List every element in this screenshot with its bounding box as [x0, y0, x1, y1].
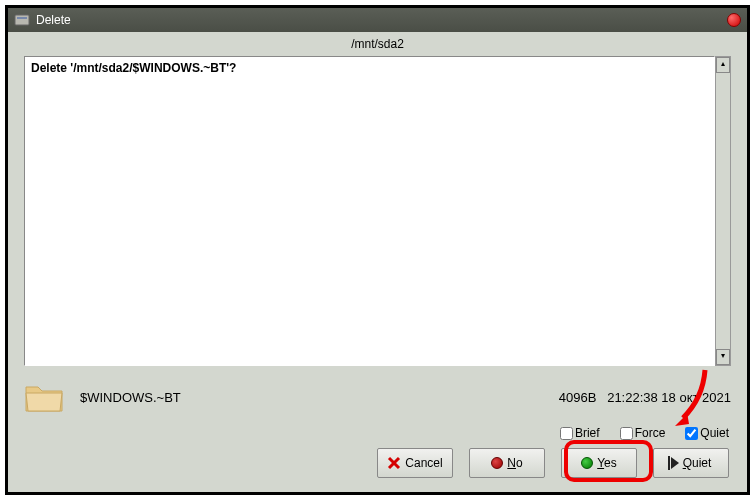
- green-circle-icon: [581, 457, 593, 469]
- brief-checkbox-input[interactable]: [560, 427, 573, 440]
- content-area: Delete '/mnt/sda2/$WINDOWS.~BT'? ▴ ▾: [24, 56, 731, 366]
- message-text: Delete '/mnt/sda2/$WINDOWS.~BT'?: [31, 61, 236, 75]
- window-title: Delete: [36, 13, 71, 27]
- brief-checkbox[interactable]: Brief: [560, 426, 600, 440]
- dialog-window: Delete /mnt/sda2 Delete '/mnt/sda2/$WIND…: [5, 5, 750, 495]
- scroll-down-button[interactable]: ▾: [716, 349, 730, 365]
- scroll-up-button[interactable]: ▴: [716, 57, 730, 73]
- no-button[interactable]: No: [469, 448, 545, 478]
- titlebar[interactable]: Delete: [8, 8, 747, 32]
- play-icon: [671, 457, 679, 469]
- cancel-button[interactable]: Cancel: [377, 448, 453, 478]
- quiet-checkbox-input[interactable]: [685, 427, 698, 440]
- svg-rect-1: [17, 17, 27, 19]
- force-checkbox-input[interactable]: [620, 427, 633, 440]
- button-row: Cancel No Yes Quiet: [26, 448, 729, 478]
- app-icon: [14, 12, 30, 28]
- checkbox-row: Brief Force Quiet: [26, 426, 729, 440]
- force-checkbox[interactable]: Force: [620, 426, 666, 440]
- file-name: $WINDOWS.~BT: [80, 390, 559, 405]
- quiet-checkbox[interactable]: Quiet: [685, 426, 729, 440]
- message-textbox: Delete '/mnt/sda2/$WINDOWS.~BT'?: [24, 56, 715, 366]
- folder-icon: [24, 379, 64, 415]
- path-text: /mnt/sda2: [351, 37, 404, 51]
- path-bar: /mnt/sda2: [8, 32, 747, 56]
- x-icon: [387, 456, 401, 470]
- yes-button[interactable]: Yes: [561, 448, 637, 478]
- svg-rect-0: [15, 15, 29, 25]
- scrollbar[interactable]: ▴ ▾: [715, 56, 731, 366]
- quiet-button[interactable]: Quiet: [653, 448, 729, 478]
- red-circle-icon: [491, 457, 503, 469]
- file-row: $WINDOWS.~BT 4096B 21:22:38 18 окт 2021: [24, 376, 731, 418]
- file-meta: 4096B 21:22:38 18 окт 2021: [559, 390, 731, 405]
- close-icon[interactable]: [727, 13, 741, 27]
